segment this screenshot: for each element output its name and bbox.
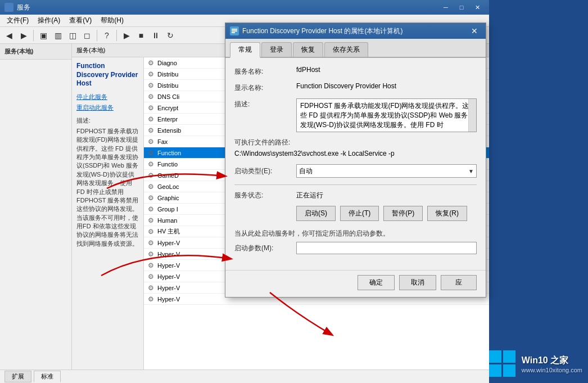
service-name: Distribu bbox=[157, 71, 178, 78]
cancel-button[interactable]: 取消 bbox=[399, 275, 436, 290]
display-name-label: 显示名称: bbox=[234, 82, 296, 93]
service-name: DNS Cli bbox=[157, 93, 179, 100]
info-desc: FDPHOST 服务承载功能发现(FD)网络发现提供程序。这些 FD 提供程序为… bbox=[76, 127, 139, 248]
toolbar-pause[interactable]: ⏸ bbox=[149, 29, 162, 42]
dialog-content: 服务名称: fdPHost 显示名称: Function Discovery P… bbox=[225, 58, 486, 270]
service-name-row: 服务名称: fdPHost bbox=[234, 66, 477, 76]
windows-logo bbox=[489, 350, 516, 377]
start-params-input[interactable] bbox=[296, 242, 477, 254]
service-name: GameD bbox=[157, 172, 179, 179]
toolbar-stop[interactable]: ■ bbox=[134, 29, 148, 42]
stop-service-button[interactable]: 停止(T) bbox=[340, 206, 379, 221]
service-icon: ⚙ bbox=[146, 92, 155, 101]
service-icon: ⚙ bbox=[146, 295, 155, 304]
stop-service-link[interactable]: 停止此服务 bbox=[76, 93, 139, 101]
tab-expand[interactable]: 扩展 bbox=[4, 371, 31, 382]
service-icon: ⚙ bbox=[146, 115, 155, 124]
desc-row: 描述: FDPHOST 服务承载功能发现(FD)网络发现提供程序。这些 FD 提… bbox=[234, 98, 477, 132]
service-icon: ⚙ bbox=[146, 137, 155, 146]
pause-service-button[interactable]: 暂停(P) bbox=[383, 206, 423, 221]
dialog-footer: 确定 取消 应 bbox=[225, 270, 486, 297]
watermark-url: www.win10xitong.com bbox=[522, 367, 582, 373]
toolbar-sep-3 bbox=[116, 30, 117, 41]
toolbar-btn2[interactable]: ▥ bbox=[51, 29, 65, 42]
tab-login[interactable]: 登录 bbox=[261, 42, 292, 57]
service-name: Diagno bbox=[157, 60, 177, 66]
dialog-title-text: Function Discovery Provider Host 的属性(本地计… bbox=[242, 26, 468, 36]
tab-dependencies[interactable]: 依存关系 bbox=[324, 42, 368, 57]
dialog-icon bbox=[230, 26, 239, 35]
service-name: Graphic bbox=[157, 195, 179, 201]
service-name: GeoLoc bbox=[157, 183, 179, 190]
service-name: Fax bbox=[157, 138, 168, 145]
service-name: Enterpr bbox=[157, 116, 178, 123]
display-name-row: 显示名称: Function Discovery Provider Host bbox=[234, 82, 477, 93]
display-name-value: Function Discovery Provider Host bbox=[296, 82, 477, 90]
menu-view[interactable]: 查看(V) bbox=[65, 15, 96, 26]
maximize-button[interactable]: □ bbox=[454, 2, 469, 13]
resume-service-button[interactable]: 恢复(R) bbox=[427, 206, 467, 221]
dialog-close-button[interactable]: ✕ bbox=[468, 25, 481, 37]
service-name: Hyper-V bbox=[157, 240, 180, 246]
tab-standard[interactable]: 标准 bbox=[34, 371, 61, 382]
menu-action[interactable]: 操作(A) bbox=[33, 15, 65, 26]
svg-rect-5 bbox=[503, 350, 515, 363]
startup-row: 启动类型(E): 自动 ▼ bbox=[234, 164, 477, 178]
close-main-button[interactable]: ✕ bbox=[470, 2, 485, 13]
textarea-scrollbar[interactable] bbox=[468, 99, 476, 132]
desc-field-label: 描述: bbox=[234, 98, 296, 109]
service-name: Group I bbox=[157, 206, 178, 213]
right-decorative-area bbox=[489, 0, 588, 383]
start-params-row: 启动参数(M): bbox=[234, 242, 477, 254]
service-icon: ⚙ bbox=[146, 272, 155, 281]
service-status-value: 正在运行 bbox=[296, 191, 323, 200]
toolbar-restart[interactable]: ↻ bbox=[164, 29, 177, 42]
apply-button[interactable]: 应 bbox=[441, 275, 477, 290]
toolbar-forward[interactable]: ▶ bbox=[17, 29, 30, 42]
service-name-value: fdPHost bbox=[296, 66, 477, 74]
service-icon: ⚙ bbox=[146, 193, 155, 202]
service-name: Human bbox=[157, 217, 177, 224]
toolbar-play[interactable]: ▶ bbox=[120, 29, 133, 42]
service-icon: ⚙ bbox=[146, 283, 155, 292]
menu-file[interactable]: 文件(F) bbox=[2, 15, 33, 26]
desc-label: 描述: bbox=[76, 116, 139, 125]
watermark-text-block: Win10 之家 www.win10xitong.com bbox=[522, 355, 582, 373]
tab-general[interactable]: 常规 bbox=[230, 42, 260, 58]
tab-recovery[interactable]: 恢复 bbox=[293, 42, 323, 57]
ok-button[interactable]: 确定 bbox=[358, 275, 395, 290]
svg-rect-1 bbox=[232, 29, 237, 30]
dialog-tabs: 常规 登录 恢复 依存关系 bbox=[225, 39, 486, 58]
toolbar-help[interactable]: ? bbox=[100, 29, 114, 42]
svg-rect-3 bbox=[232, 32, 235, 33]
toolbar-btn3[interactable]: ◫ bbox=[66, 29, 79, 42]
service-icon: ⚙ bbox=[146, 70, 155, 79]
exec-path-label: 可执行文件的路径: bbox=[234, 138, 477, 147]
service-name: Functio bbox=[157, 161, 178, 168]
service-icon: ⚙ bbox=[146, 58, 155, 67]
info-panel: Function Discovery Provider Host 停止此服务 重… bbox=[72, 57, 144, 370]
service-name: Hyper-V bbox=[157, 296, 180, 303]
left-panel-header: 服务(本地) bbox=[0, 44, 71, 60]
toolbar-back[interactable]: ◀ bbox=[2, 29, 16, 42]
start-service-button[interactable]: 启动(S) bbox=[296, 206, 336, 221]
desc-text: FDPHOST 服务承载功能发现(FD)网络发现提供程序。这些 FD 提供程序为… bbox=[300, 102, 469, 129]
left-tree-panel: 服务(本地) bbox=[0, 44, 72, 370]
svg-rect-2 bbox=[232, 30, 237, 31]
service-icon: ⚙ bbox=[146, 261, 155, 270]
startup-type-select[interactable]: 自动 ▼ bbox=[296, 164, 477, 178]
watermark-brand: Win10 之家 bbox=[522, 355, 582, 367]
restart-service-link[interactable]: 重启动此服务 bbox=[76, 103, 139, 112]
main-window-icon bbox=[4, 3, 13, 12]
start-params-hint: 当从此处启动服务时，你可指定所适用的启动参数。 bbox=[234, 229, 477, 238]
service-icon: ⚙ bbox=[146, 81, 155, 90]
service-icon: ⚙ bbox=[146, 238, 155, 247]
minimize-button[interactable]: ─ bbox=[438, 2, 453, 13]
service-name: Function bbox=[157, 150, 181, 156]
service-status-label: 服务状态: bbox=[234, 191, 296, 200]
menu-help[interactable]: 帮助(H) bbox=[96, 15, 128, 26]
svg-rect-7 bbox=[503, 364, 515, 377]
toolbar-btn4[interactable]: ◻ bbox=[80, 29, 94, 42]
service-icon: ⚙ bbox=[146, 205, 155, 214]
toolbar-btn1[interactable]: ▣ bbox=[37, 29, 50, 42]
